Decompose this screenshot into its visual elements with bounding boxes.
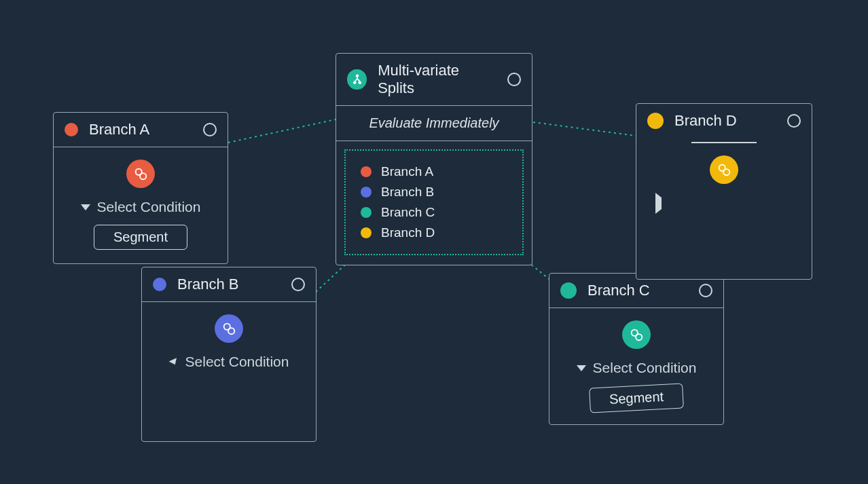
branch-c-card[interactable]: Branch C Select Condition Segment: [549, 273, 724, 425]
branch-dot-icon: [361, 166, 372, 177]
expand-toggle[interactable]: [655, 198, 662, 210]
svg-line-0: [228, 119, 336, 143]
status-ring-icon: [203, 123, 217, 136]
branch-label: Branch A: [381, 164, 433, 179]
chevron-down-icon: [577, 365, 586, 371]
segment-button[interactable]: Segment: [589, 383, 684, 413]
status-ring-icon: [291, 278, 305, 291]
branch-dot-icon: [361, 227, 372, 238]
status-ring-icon: [507, 73, 521, 86]
card-title: Branch D: [674, 112, 737, 130]
status-ring-icon: [699, 284, 712, 297]
condition-icon: [710, 155, 738, 184]
status-ring-icon: [787, 114, 801, 128]
svg-point-9: [636, 334, 642, 340]
branch-list-item[interactable]: Branch D: [361, 223, 507, 243]
branch-dot-icon: [153, 278, 166, 291]
branch-dot-icon: [65, 123, 78, 136]
branch-list-item[interactable]: Branch C: [361, 202, 507, 223]
card-header: Multi-variate Splits: [336, 54, 532, 106]
branch-dot-icon: [647, 113, 664, 129]
chevron-down-icon: [168, 358, 179, 367]
card-title: Branch B: [177, 276, 239, 293]
branch-list: Branch ABranch BBranch CBranch D: [344, 149, 524, 255]
branch-label: Branch B: [381, 185, 434, 200]
svg-point-7: [228, 328, 234, 334]
select-condition-dropdown[interactable]: Select Condition: [81, 199, 201, 215]
split-icon: [347, 69, 367, 90]
branch-dot-icon: [361, 187, 372, 198]
branch-label: Branch C: [381, 205, 435, 220]
branch-b-card[interactable]: Branch B Select Condition: [141, 267, 317, 442]
condition-icon: [215, 314, 243, 343]
condition-icon: [126, 160, 155, 188]
select-condition-dropdown[interactable]: Select Condition: [169, 354, 289, 370]
multivariate-splits-card[interactable]: Multi-variate Splits Evaluate Immediatel…: [336, 53, 532, 265]
evaluate-label: Evaluate Immediately: [336, 106, 532, 141]
branch-label: Branch D: [381, 225, 435, 240]
branch-d-card[interactable]: Branch D: [636, 103, 812, 280]
branch-dot-icon: [560, 282, 577, 299]
card-title: Branch A: [89, 121, 149, 138]
card-title: Multi-variate Splits: [378, 62, 496, 97]
divider: [691, 142, 757, 143]
condition-label: Select Condition: [97, 199, 201, 215]
segment-button[interactable]: Segment: [94, 225, 187, 250]
card-title: Branch C: [587, 282, 650, 299]
branch-dot-icon: [361, 207, 372, 218]
branch-list-item[interactable]: Branch B: [361, 182, 507, 202]
condition-label: Select Condition: [185, 354, 289, 370]
svg-line-2: [533, 122, 636, 136]
svg-point-11: [723, 169, 729, 175]
select-condition-dropdown[interactable]: Select Condition: [577, 360, 697, 376]
branch-list-item[interactable]: Branch A: [361, 162, 507, 182]
condition-label: Select Condition: [593, 360, 697, 376]
chevron-down-icon: [81, 204, 90, 210]
condition-icon: [622, 320, 651, 349]
svg-point-5: [140, 173, 146, 179]
branch-a-card[interactable]: Branch A Select Condition Segment: [53, 112, 228, 264]
chevron-right-icon: [655, 193, 662, 214]
